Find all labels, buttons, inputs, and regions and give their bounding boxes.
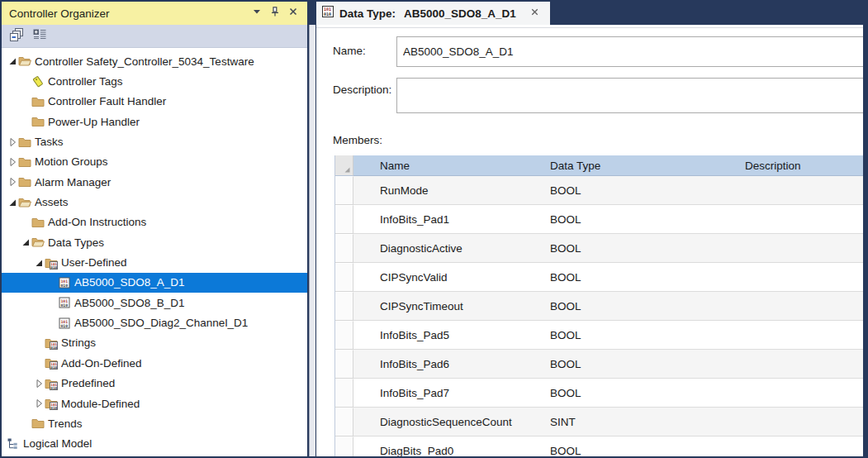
member-description-cell[interactable] [740,234,863,263]
expander-collapsed-icon[interactable] [33,398,45,409]
member-description-cell[interactable] [740,437,863,456]
member-description-cell[interactable] [740,321,863,350]
tree-item-tasks[interactable]: Tasks [2,131,307,151]
folder-closed-icon [31,417,45,430]
tree-item-controller-fault-handler[interactable]: Controller Fault Handler [2,92,307,112]
member-data-type-cell[interactable]: BOOL [545,176,740,205]
tree-item-alarm-manager[interactable]: Alarm Manager [2,172,307,192]
member-name-cell[interactable]: DiagBits_Pad0 [353,437,545,456]
member-name-cell[interactable]: DiagnosticSequenceCount [353,408,545,437]
tree-item-strings[interactable]: 101010 Strings [2,333,307,353]
row-selector[interactable] [335,234,353,263]
tree-item-ab5000-sdo8-b-d1[interactable]: 101010 AB5000_SDO8_B_D1 [2,293,307,312]
row-selector[interactable] [335,321,353,350]
members-label: Members: [333,134,382,146]
tab-data-type[interactable]: 101010 Data Type: AB5000_SDO8_A_D1 [316,2,550,25]
description-input[interactable] [396,78,863,113]
display-options-button[interactable] [31,27,48,45]
expander-collapsed-icon[interactable] [7,136,18,148]
tree-item-user-defined[interactable]: 101010 User-Defined [2,252,307,272]
column-header-name[interactable]: Name [353,155,545,176]
member-name-cell[interactable]: CIPSyncTimeout [353,292,545,321]
member-description-cell[interactable] [740,292,863,321]
select-all-corner[interactable] [335,155,353,176]
expander-spacer [20,217,31,228]
expander-expanded-icon[interactable] [33,257,45,269]
table-row: InfoBits_Pad1 BOOL [335,205,863,234]
tree-item-predefined[interactable]: 101010 Predefined [2,374,307,394]
member-data-type-cell[interactable]: BOOL [545,379,740,408]
member-name-cell[interactable]: InfoBits_Pad1 [353,205,545,234]
tree-item-controller-safety-controller-5034-testware[interactable]: Controller Safety_Controller_5034_Testwa… [2,51,307,71]
panel-title-bar: Controller Organizer [2,2,307,25]
tree-item-add-on-instructions[interactable]: Add-On Instructions [2,212,307,232]
window-position-button[interactable] [248,5,266,21]
folder-binary-icon: 101010 [45,377,58,390]
member-name-cell[interactable]: InfoBits_Pad5 [353,321,545,350]
tree-item-ab5000-sdo-diag2-channel-d1[interactable]: 101010 AB5000_SDO_Diag2_Channel_D1 [2,312,307,332]
tree-item-logical-model[interactable]: Logical Model [2,434,307,454]
member-name-cell[interactable]: InfoBits_Pad7 [353,379,545,408]
name-input[interactable] [396,36,863,67]
panel-title: Controller Organizer [9,7,248,20]
member-data-type-cell[interactable]: BOOL [545,350,740,379]
expander-expanded-icon[interactable] [7,197,18,208]
tree-item-trends[interactable]: Trends [2,413,307,433]
folder-closed-icon [18,136,31,149]
row-selector[interactable] [335,437,353,456]
tree-item-power-up-handler[interactable]: Power-Up Handler [2,112,307,131]
member-description-cell[interactable] [740,408,863,437]
row-selector[interactable] [335,263,353,292]
pin-button[interactable] [266,5,284,21]
expander-collapsed-icon[interactable] [33,378,45,389]
column-header-data-type[interactable]: Data Type [545,155,740,176]
cascade-views-button[interactable] [7,27,25,45]
folder-closed-icon [31,115,45,128]
row-selector[interactable] [335,205,353,234]
member-data-type-cell[interactable]: BOOL [545,205,740,234]
tree-item-controller-tags[interactable]: Controller Tags [2,71,307,91]
tree-item-module-defined[interactable]: 101010 Module-Defined [2,394,307,413]
row-selector[interactable] [335,292,353,321]
member-description-cell[interactable] [740,379,863,408]
member-data-type-cell[interactable]: BOOL [545,321,740,350]
member-description-cell[interactable] [740,350,863,379]
folder-closed-icon [18,175,31,188]
member-description-cell[interactable] [740,176,863,205]
row-selector[interactable] [335,408,353,437]
member-data-type-cell[interactable]: BOOL [545,234,740,263]
close-panel-button[interactable] [284,5,302,21]
expander-expanded-icon[interactable] [7,55,18,67]
tree-item-data-types[interactable]: Data Types [2,232,307,252]
tree-item-ab5000-sdo8-a-d1[interactable]: 101010 AB5000_SDO8_A_D1 [2,273,307,293]
tree-item-label: Assets [35,196,69,208]
expander-spacer [46,277,58,289]
folder-binary-icon: 101010 [45,397,58,410]
row-selector[interactable] [335,379,353,408]
member-name-cell[interactable]: RunMode [353,176,545,205]
member-name-cell[interactable]: CIPSyncValid [353,263,545,292]
members-table-header: Name Data Type Description [335,155,863,176]
tree-item-label: AB5000_SDO8_A_D1 [74,276,185,289]
expander-expanded-icon[interactable] [20,236,31,248]
tree-item-motion-groups[interactable]: Motion Groups [2,152,307,172]
member-data-type-cell[interactable]: SINT [545,408,740,437]
tree-item-add-on-defined[interactable]: 101010 Add-On-Defined [2,353,307,373]
member-description-cell[interactable] [740,205,863,234]
member-description-cell[interactable] [740,263,863,292]
member-data-type-cell[interactable]: BOOL [545,263,740,292]
tree-item-label: Power-Up Handler [48,116,140,128]
tree-item-assets[interactable]: Assets [2,192,307,212]
row-selector[interactable] [335,350,353,379]
expander-collapsed-icon[interactable] [7,156,18,168]
member-name-cell[interactable]: InfoBits_Pad6 [353,350,545,379]
member-data-type-cell[interactable]: BOOL [545,292,740,321]
panel-splitter[interactable] [309,25,315,456]
member-data-type-cell[interactable]: BOOL [545,437,740,456]
folder-open-icon [31,236,45,249]
member-name-cell[interactable]: DiagnosticActive [353,234,545,263]
row-selector[interactable] [335,176,353,205]
expander-collapsed-icon[interactable] [7,176,18,188]
close-tab-button[interactable] [525,5,543,21]
column-header-description[interactable]: Description [740,155,863,176]
